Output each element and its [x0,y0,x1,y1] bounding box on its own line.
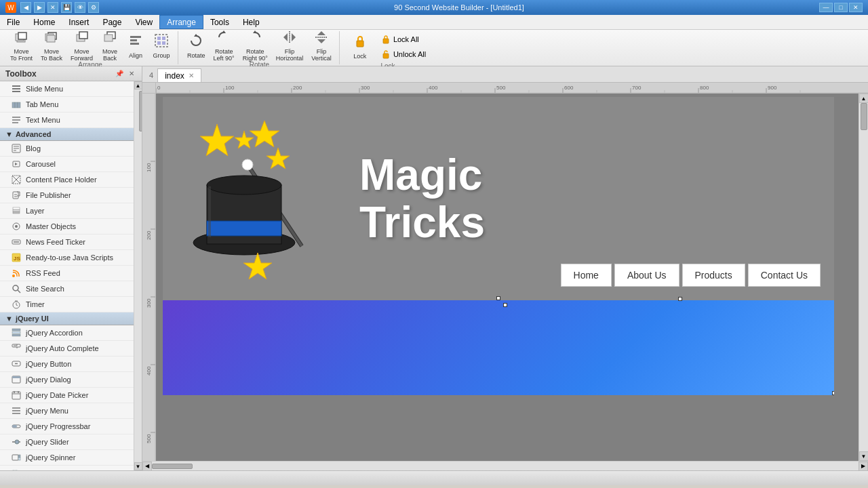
ruler-corner [142,83,156,94]
menu-page[interactable]: Page [96,15,128,29]
move-to-front-button[interactable]: MoveTo Front [7,33,36,60]
menu-file[interactable]: File [0,15,26,29]
move-to-back-button[interactable]: MoveTo Back [37,33,66,60]
hscroll-thumb[interactable] [152,464,193,469]
menu-help[interactable]: Help [236,15,267,29]
nav-contact-us-button[interactable]: Contact Us [748,264,821,287]
hscroll-right-button[interactable]: ▶ [859,462,868,471]
toolbox-item-timer[interactable]: Timer [0,297,134,312]
menu-tools[interactable]: Tools [203,15,236,29]
hscroll-left-button[interactable]: ◀ [142,462,152,471]
scroll-down-button[interactable]: ▼ [134,462,142,470]
rotate-right-button[interactable]: RotateRight 90° [239,33,271,60]
selection-handle-footer-right[interactable] [832,391,834,395]
scroll-thumb[interactable] [139,91,142,131]
toolbox-item-slide-menu[interactable]: Slide Menu [0,81,134,97]
toolbox-item-java-scripts[interactable]: JS Ready-to-use Java Scripts [0,250,134,266]
menu-arrange[interactable]: Arrange [159,15,203,29]
toolbox-item-jquery-slider[interactable]: jQuery Slider [0,434,134,450]
tab-index[interactable]: index ✕ [157,68,201,82]
toolbox-item-content-placeholder[interactable]: Content Place Holder [0,172,134,188]
canvas[interactable]: Magic Tricks Home About Us Products Cont… [156,94,859,461]
toolbox-item-rss-feed[interactable]: RSS Feed [0,266,134,281]
tb-icon-close[interactable]: ✕ [47,2,58,13]
tb-icon-preview[interactable]: 👁 [75,2,85,13]
toolbox-item-jquery-button[interactable]: jQuery Button [0,357,134,372]
nav-about-us-button[interactable]: About Us [614,264,679,287]
toolbox-item-jquery-progressbar[interactable]: jQuery Progressbar [0,419,134,434]
toolbox-item-jquery-dialog[interactable]: jQuery Dialog [0,372,134,388]
rotate-label: Rotate [187,52,205,59]
toolbox-item-carousel[interactable]: Carousel [0,157,134,172]
group-button[interactable]: Group [149,33,174,60]
vertical-scrollbar[interactable]: ▲ ▼ [859,94,868,461]
flip-vertical-icon [314,30,329,48]
svg-rect-14 [157,37,161,40]
nav-home-button[interactable]: Home [561,264,612,287]
tb-icon-back[interactable]: ◀ [20,2,31,13]
toolbox-item-tab-menu[interactable]: Tab Menu [0,97,134,113]
vscroll-thumb[interactable] [861,103,867,130]
align-label: Align [129,52,142,59]
align-button[interactable]: Align [123,33,148,60]
toolbox-item-news-feed-ticker[interactable]: News Feed Ticker [0,235,134,250]
toolbox-item-jquery-accordion[interactable]: jQuery Accordion [0,325,134,341]
toolbox-category-advanced[interactable]: ▼ Advanced [0,128,134,141]
toolbox-pin-button[interactable]: 📌 [115,69,124,79]
move-to-front-icon [14,30,29,48]
svg-point-60 [12,274,15,277]
tb-icon-save[interactable]: 💾 [61,2,72,13]
tb-icon-star[interactable]: ⚙ [88,2,99,13]
selection-handle-footer-center[interactable] [503,303,507,307]
toolbox-item-file-publisher[interactable]: File Publisher [0,188,134,203]
preview-header: Magic Tricks Home About Us Products Cont… [163,97,834,300]
toolbox-scrollbar[interactable]: ▲ ▼ [134,81,142,470]
rotate-button[interactable]: Rotate [184,33,209,60]
toolbox-category-jquery-ui[interactable]: ▼ jQuery UI [0,312,134,325]
svg-rect-90 [18,455,20,458]
nav-products-button[interactable]: Products [682,264,745,287]
toolbox-item-jquery-tabs[interactable]: jQuery Tabs [0,466,134,470]
title-bar-left: W ◀ ▶ ✕ 💾 👁 ⚙ [5,2,99,13]
toolbox-item-text-menu[interactable]: Text Menu [0,113,134,128]
rotate-left-button[interactable]: RotateLeft 90° [210,33,238,60]
selection-handle-center[interactable] [496,296,500,300]
toolbox-item-blog[interactable]: Blog [0,141,134,157]
svg-text:600: 600 [564,85,574,91]
lock-all-button[interactable]: Lock All [376,33,431,46]
scroll-up-button[interactable]: ▲ [134,81,142,89]
svg-point-145 [242,159,253,170]
move-forward-button[interactable]: MoveForward [67,33,96,60]
vscroll-up-button[interactable]: ▲ [859,94,869,103]
menu-view[interactable]: View [128,15,159,29]
flip-horizontal-button[interactable]: FlipHorizontal [273,33,307,60]
minimize-button[interactable]: — [819,3,833,12]
menu-home[interactable]: Home [26,15,62,29]
toolbox-item-jquery-spinner[interactable]: jQuery Spinner [0,450,134,466]
resize-handle-right[interactable] [678,297,682,301]
unlock-all-button[interactable]: Unlock All [376,47,431,61]
menu-insert[interactable]: Insert [62,15,96,29]
tab-close-button[interactable]: ✕ [189,72,194,79]
vscroll-down-button[interactable]: ▼ [859,451,869,461]
jquery-tabs-icon [11,468,22,470]
maximize-button[interactable]: □ [834,3,848,12]
flip-vertical-button[interactable]: FlipVertical [308,33,335,60]
horizontal-scrollbar[interactable]: ◀ ▶ [142,461,868,470]
lock-button[interactable]: Lock [345,33,375,60]
toolbox-item-site-search[interactable]: Site Search [0,281,134,297]
lock-buttons: Lock Lock All Unlock All [345,33,431,61]
java-scripts-icon: JS [11,252,22,263]
move-back-button[interactable]: MoveBack [98,33,122,60]
title-bar: W ◀ ▶ ✕ 💾 👁 ⚙ 90 Second Website Builder … [0,0,868,15]
toolbox-item-jquery-date-picker[interactable]: jQuery Date Picker [0,388,134,403]
close-button[interactable]: ✕ [849,3,863,12]
toolbox-item-jquery-menu[interactable]: jQuery Menu [0,403,134,419]
move-to-back-icon [44,30,59,48]
tb-icon-forward[interactable]: ▶ [34,2,45,13]
svg-rect-32 [12,91,20,92]
toolbox-item-jquery-auto-complete[interactable]: jQuery Auto Complete [0,341,134,357]
toolbox-close-button[interactable]: ✕ [127,69,136,79]
toolbox-item-layer[interactable]: Layer [0,203,134,219]
toolbox-item-master-objects[interactable]: Master Objects [0,219,134,235]
